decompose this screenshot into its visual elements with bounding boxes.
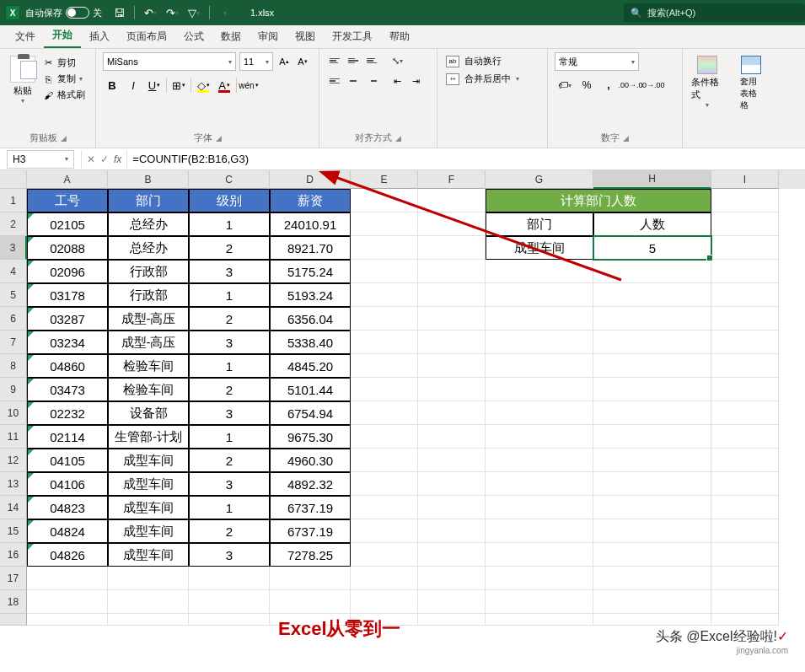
- enter-icon[interactable]: ✓: [100, 153, 109, 165]
- row-header[interactable]: 5: [0, 283, 27, 307]
- cell[interactable]: [418, 236, 486, 260]
- painter-button[interactable]: 🖌格式刷: [39, 88, 89, 102]
- col-header-i[interactable]: I: [711, 170, 779, 189]
- cell[interactable]: [351, 283, 418, 307]
- cell[interactable]: [351, 401, 418, 425]
- dialog-launcher-icon[interactable]: ◢: [61, 134, 67, 142]
- cell[interactable]: [486, 354, 593, 378]
- cell[interactable]: [351, 260, 418, 283]
- cell[interactable]: [351, 449, 418, 472]
- number-format-select[interactable]: 常规▾: [555, 52, 639, 71]
- redo-icon[interactable]: ↷▾: [162, 3, 182, 23]
- align-left-icon[interactable]: [326, 73, 343, 89]
- cell[interactable]: 1: [189, 354, 270, 378]
- cell[interactable]: 成型车间: [108, 543, 189, 567]
- cell[interactable]: 2: [189, 236, 270, 260]
- cell[interactable]: 04105: [27, 449, 108, 472]
- select-all-corner[interactable]: [0, 170, 27, 189]
- cell[interactable]: 04826: [27, 543, 108, 567]
- row-header[interactable]: 15: [0, 519, 27, 543]
- align-top-icon[interactable]: [326, 52, 343, 69]
- row-header[interactable]: 4: [0, 260, 27, 283]
- row-header[interactable]: 10: [0, 401, 27, 425]
- row-header[interactable]: 8: [0, 354, 27, 378]
- cell[interactable]: [593, 425, 711, 449]
- cell[interactable]: 成型车间: [108, 519, 189, 543]
- cell[interactable]: 成型-高压: [108, 331, 189, 354]
- cell[interactable]: [593, 449, 711, 472]
- save-icon[interactable]: 🖫: [109, 3, 129, 23]
- cell[interactable]: 设备部: [108, 401, 189, 425]
- paste-dropdown-icon[interactable]: ▾: [21, 97, 24, 105]
- row-header[interactable]: 17: [0, 567, 27, 590]
- cell[interactable]: 3: [189, 472, 270, 496]
- font-color-button[interactable]: A▾: [215, 76, 233, 94]
- merge-center-button[interactable]: ⇿合并后居中▾: [444, 70, 540, 88]
- cell[interactable]: [351, 212, 418, 236]
- cell[interactable]: 9675.30: [270, 425, 351, 449]
- cell[interactable]: [711, 449, 779, 472]
- cell[interactable]: [418, 472, 486, 496]
- cell[interactable]: [711, 307, 779, 331]
- cell[interactable]: 1: [189, 283, 270, 307]
- cell[interactable]: 03234: [27, 331, 108, 354]
- cell[interactable]: 2: [189, 449, 270, 472]
- row-header[interactable]: 18: [0, 590, 27, 614]
- cell[interactable]: 4960.30: [270, 449, 351, 472]
- cell[interactable]: [418, 354, 486, 378]
- paste-icon[interactable]: [10, 56, 35, 83]
- row-header[interactable]: 14: [0, 496, 27, 519]
- cell[interactable]: 3: [189, 401, 270, 425]
- row-header[interactable]: 16: [0, 543, 27, 567]
- cell[interactable]: 04106: [27, 472, 108, 496]
- cell[interactable]: 03178: [27, 283, 108, 307]
- cell[interactable]: 部门: [486, 212, 593, 236]
- cell[interactable]: 成型车间: [108, 496, 189, 519]
- cell[interactable]: [593, 543, 711, 567]
- cell[interactable]: 行政部: [108, 283, 189, 307]
- cell[interactable]: [418, 260, 486, 283]
- col-header-f[interactable]: F: [418, 170, 486, 189]
- col-header-h[interactable]: H: [593, 170, 711, 189]
- cell[interactable]: [418, 283, 486, 307]
- tab-dev[interactable]: 开发工具: [324, 25, 381, 48]
- row-header[interactable]: 11: [0, 425, 27, 449]
- row-header[interactable]: 12: [0, 449, 27, 472]
- cell[interactable]: [418, 496, 486, 519]
- cell[interactable]: 总经办: [108, 212, 189, 236]
- cell[interactable]: [593, 378, 711, 401]
- cell[interactable]: 2: [189, 307, 270, 331]
- tab-file[interactable]: 文件: [7, 25, 44, 48]
- cell[interactable]: 2: [189, 378, 270, 401]
- active-cell[interactable]: 5: [593, 236, 711, 260]
- cell[interactable]: [711, 425, 779, 449]
- cell[interactable]: [711, 543, 779, 567]
- cell[interactable]: [486, 331, 593, 354]
- cell[interactable]: 6754.94: [270, 401, 351, 425]
- row-header[interactable]: 7: [0, 331, 27, 354]
- cell[interactable]: [593, 496, 711, 519]
- cell[interactable]: [418, 519, 486, 543]
- cell[interactable]: 02114: [27, 425, 108, 449]
- cell[interactable]: 人数: [593, 212, 711, 236]
- border-button[interactable]: ⊞▾: [169, 76, 188, 94]
- cell[interactable]: 生管部-计划: [108, 425, 189, 449]
- align-middle-icon[interactable]: [345, 52, 362, 69]
- decrease-decimal-icon[interactable]: .0→.00: [642, 76, 663, 94]
- row-header[interactable]: 6: [0, 307, 27, 331]
- cell[interactable]: 1: [189, 496, 270, 519]
- search-box[interactable]: 🔍 搜索(Alt+Q): [624, 3, 805, 22]
- dialog-launcher-icon[interactable]: ◢: [395, 134, 401, 142]
- cell[interactable]: 成型车间: [486, 236, 593, 260]
- cell[interactable]: [486, 378, 593, 401]
- undo-icon[interactable]: ↶▾: [140, 3, 160, 23]
- tab-formula[interactable]: 公式: [175, 25, 212, 48]
- conditional-format-button[interactable]: 条件格式 ▾: [690, 52, 725, 112]
- cell[interactable]: 3: [189, 260, 270, 283]
- cell[interactable]: [351, 189, 418, 212]
- col-header-d[interactable]: D: [270, 170, 351, 189]
- cell[interactable]: 24010.91: [270, 212, 351, 236]
- cell[interactable]: [351, 236, 418, 260]
- cut-button[interactable]: ✂剪切: [39, 56, 89, 70]
- orientation-icon[interactable]: ⤡▾: [389, 52, 405, 69]
